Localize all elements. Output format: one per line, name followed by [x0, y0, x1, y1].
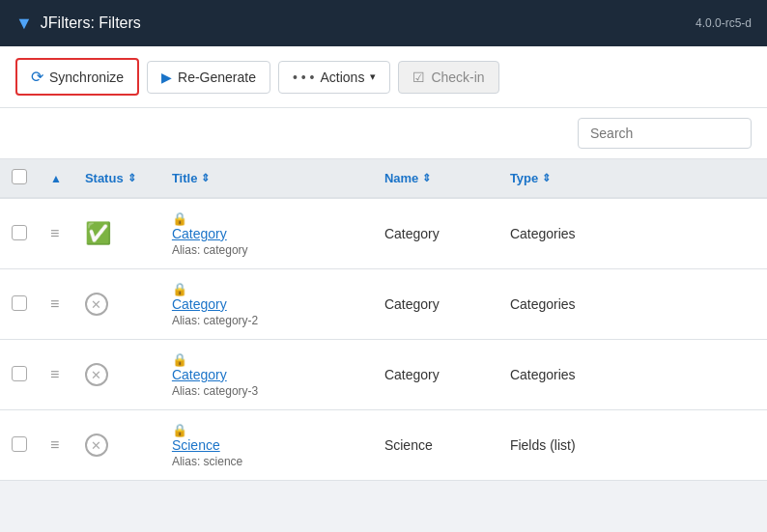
drag-handle-icon[interactable]: ≡	[50, 225, 59, 241]
status-sort[interactable]: Status ⇕	[85, 171, 149, 185]
title-link[interactable]: Category	[172, 296, 361, 312]
checkin-button[interactable]: ☑ Check-in	[398, 61, 498, 94]
title-link[interactable]: Category	[172, 367, 361, 382]
app-title-group: ▼ JFilters: Filters	[15, 14, 141, 34]
row-type-value: Categories	[510, 367, 576, 382]
title-link[interactable]: Science	[172, 437, 361, 453]
header-order-cell: ▲	[39, 159, 73, 198]
synchronize-button[interactable]: ⟳ Synchronize	[15, 58, 139, 96]
toolbar: ⟳ Synchronize ▶ Re-Generate • • • Action…	[0, 46, 767, 108]
row-type-value: Fields (list)	[510, 437, 576, 453]
filters-table: ▲ Status ⇕ Title ⇕ Name	[0, 159, 767, 481]
app-header: ▼ JFilters: Filters 4.0.0-rc5-d	[0, 0, 767, 46]
filters-table-container: ▲ Status ⇕ Title ⇕ Name	[0, 159, 767, 481]
search-input[interactable]	[578, 118, 752, 149]
table-row: ≡✕ 🔒 Category Alias: category-2 Category…	[0, 269, 767, 340]
header-type[interactable]: Type ⇕	[498, 159, 767, 198]
table-row: ≡✕ 🔒 Science Alias: science ScienceField…	[0, 410, 767, 481]
table-header: ▲ Status ⇕ Title ⇕ Name	[0, 159, 767, 198]
row-name-cell: Science	[373, 410, 498, 481]
row-checkbox[interactable]	[12, 295, 27, 311]
row-name-value: Science	[384, 437, 433, 453]
title-label: Title	[172, 171, 198, 185]
actions-chevron-icon: ▾	[370, 70, 376, 83]
search-bar	[0, 108, 767, 159]
table-row: ≡✅ 🔒 Category Alias: category CategoryCa…	[0, 198, 767, 269]
actions-label: Actions	[320, 70, 364, 85]
regenerate-icon: ▶	[161, 70, 172, 85]
row-name-value: Category	[384, 226, 440, 241]
status-label: Status	[85, 171, 124, 185]
row-name-cell: Category	[373, 198, 498, 269]
checkin-icon: ☑	[412, 70, 425, 85]
header-checkbox-cell	[0, 159, 39, 198]
regenerate-button[interactable]: ▶ Re-Generate	[147, 61, 270, 94]
row-alias: Alias: category	[172, 243, 361, 257]
name-label: Name	[384, 171, 418, 185]
row-type-cell: Fields (list)	[498, 410, 767, 481]
row-status-cell: ✕	[73, 269, 160, 340]
type-sort[interactable]: Type ⇕	[510, 171, 755, 185]
drag-handle-icon[interactable]: ≡	[50, 295, 59, 312]
row-alias: Alias: category-2	[172, 314, 361, 327]
row-title-cell: 🔒 Category Alias: category-3	[160, 340, 373, 410]
name-sort-icon: ⇕	[422, 172, 431, 184]
row-checkbox[interactable]	[12, 366, 27, 381]
row-status-cell: ✕	[73, 340, 160, 410]
row-type-cell: Categories	[498, 198, 767, 269]
status-ok-icon[interactable]: ✅	[85, 221, 111, 245]
status-x-icon[interactable]: ✕	[85, 363, 108, 386]
drag-handle-icon[interactable]: ≡	[50, 436, 59, 453]
drag-handle-icon[interactable]: ≡	[50, 366, 59, 382]
select-all-checkbox[interactable]	[12, 169, 27, 184]
row-drag-cell: ≡	[39, 410, 73, 481]
row-title-cell: 🔒 Category Alias: category	[160, 198, 373, 269]
row-checkbox[interactable]	[12, 436, 27, 452]
row-name-value: Category	[384, 296, 440, 312]
header-title[interactable]: Title ⇕	[160, 159, 373, 198]
row-status-cell: ✅	[73, 198, 160, 269]
title-link[interactable]: Category	[172, 226, 361, 241]
row-type-cell: Categories	[498, 269, 767, 340]
row-checkbox-cell	[0, 340, 39, 410]
row-type-cell: Categories	[498, 340, 767, 410]
row-drag-cell: ≡	[39, 198, 73, 269]
lock-icon: 🔒	[172, 423, 187, 437]
row-checkbox-cell	[0, 410, 39, 481]
type-label: Type	[510, 171, 538, 185]
row-title-cell: 🔒 Category Alias: category-2	[160, 269, 373, 340]
row-name-cell: Category	[373, 269, 498, 340]
lock-icon: 🔒	[172, 211, 187, 226]
app-title: JFilters: Filters	[41, 14, 141, 32]
row-alias: Alias: category-3	[172, 384, 361, 398]
filter-icon: ▼	[15, 14, 33, 34]
row-drag-cell: ≡	[39, 340, 73, 410]
header-name[interactable]: Name ⇕	[373, 159, 498, 198]
actions-dots-icon: • • •	[293, 70, 314, 85]
lock-icon: 🔒	[172, 282, 187, 296]
row-type-value: Categories	[510, 226, 576, 241]
status-x-icon[interactable]: ✕	[85, 293, 108, 316]
row-name-cell: Category	[373, 340, 498, 410]
status-sort-icon: ⇕	[128, 172, 136, 184]
checkin-label: Check-in	[431, 70, 484, 85]
row-drag-cell: ≡	[39, 269, 73, 340]
app-version: 4.0.0-rc5-d	[696, 16, 752, 30]
synchronize-label: Synchronize	[49, 70, 124, 85]
header-status[interactable]: Status ⇕	[73, 159, 160, 198]
table-body: ≡✅ 🔒 Category Alias: category CategoryCa…	[0, 198, 767, 481]
title-sort[interactable]: Title ⇕	[172, 171, 361, 185]
row-checkbox-cell	[0, 269, 39, 340]
status-x-icon[interactable]: ✕	[85, 434, 108, 457]
name-sort[interactable]: Name ⇕	[384, 171, 487, 185]
row-checkbox[interactable]	[12, 225, 27, 240]
row-title-cell: 🔒 Science Alias: science	[160, 410, 373, 481]
title-sort-icon: ⇕	[201, 172, 210, 184]
order-arrow-icon: ▲	[50, 172, 62, 185]
actions-button[interactable]: • • • Actions ▾	[278, 61, 390, 94]
row-alias: Alias: science	[172, 455, 361, 468]
row-checkbox-cell	[0, 198, 39, 269]
type-sort-icon: ⇕	[542, 172, 551, 184]
row-status-cell: ✕	[73, 410, 160, 481]
table-row: ≡✕ 🔒 Category Alias: category-3 Category…	[0, 340, 767, 410]
